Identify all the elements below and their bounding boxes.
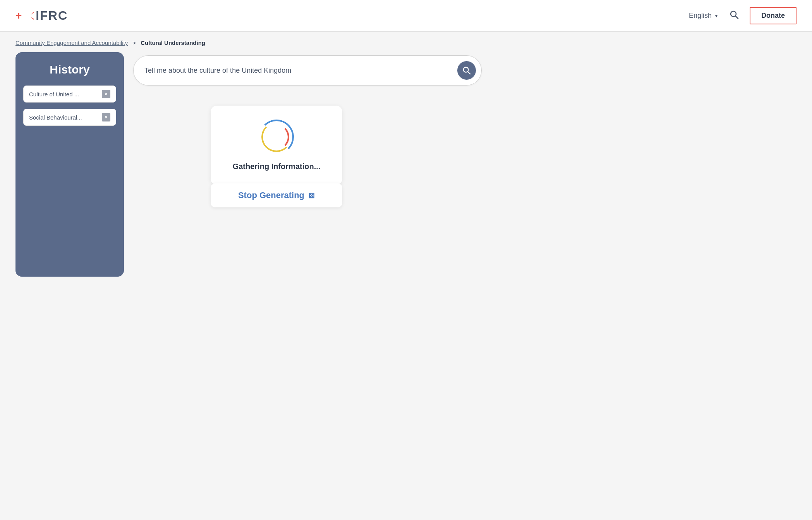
history-item-label: Social Behavioural... [29,114,82,121]
breadcrumb-parent-link[interactable]: Community Engagement and Accountability [15,39,128,46]
main-layout: History Culture of United ... × Social B… [0,52,812,520]
search-input[interactable] [144,67,453,75]
language-label: English [689,12,712,20]
stop-icon: ⊠ [308,191,315,200]
history-item-label: Culture of United ... [29,91,79,98]
stop-generating-button[interactable]: Stop Generating ⊠ [211,183,342,207]
cross-icon: + [15,10,22,21]
search-bar-container [133,55,482,86]
history-item-close-button[interactable]: × [102,90,110,98]
search-bar [133,55,482,86]
chevron-down-icon: ▼ [714,13,719,19]
svg-line-1 [735,16,738,19]
logo-area: + IFRC [15,9,68,23]
spinner [259,120,294,154]
sidebar-title: History [23,63,116,76]
language-selector[interactable]: English ▼ [689,12,719,20]
search-icon [730,10,739,19]
header: + IFRC English ▼ Donate [0,0,812,32]
logo-text: IFRC [36,9,68,23]
search-submit-button[interactable] [457,61,476,80]
header-right: English ▼ Donate [689,7,797,24]
sidebar: History Culture of United ... × Social B… [15,52,124,277]
gathering-information-text: Gathering Information... [233,162,321,171]
stop-generating-label: Stop Generating [238,190,304,200]
donate-button[interactable]: Donate [750,7,797,24]
breadcrumb-current: Cultural Understanding [141,39,205,46]
svg-line-3 [468,72,470,74]
crescent-icon [22,10,34,22]
spinner-ring-red [264,124,289,150]
history-item[interactable]: Social Behavioural... × [23,109,116,126]
loading-card: Gathering Information... [211,106,342,185]
search-submit-icon [462,66,471,75]
loading-card-area: Gathering Information... Stop Generating… [211,106,342,207]
history-item[interactable]: Culture of United ... × [23,86,116,103]
content-area: Gathering Information... Stop Generating… [133,52,797,510]
ifrc-logo: + IFRC [15,9,68,23]
breadcrumb-separator: > [132,39,136,46]
breadcrumb: Community Engagement and Accountability … [0,32,812,52]
history-item-close-button[interactable]: × [102,113,110,121]
header-search-button[interactable] [728,9,740,23]
